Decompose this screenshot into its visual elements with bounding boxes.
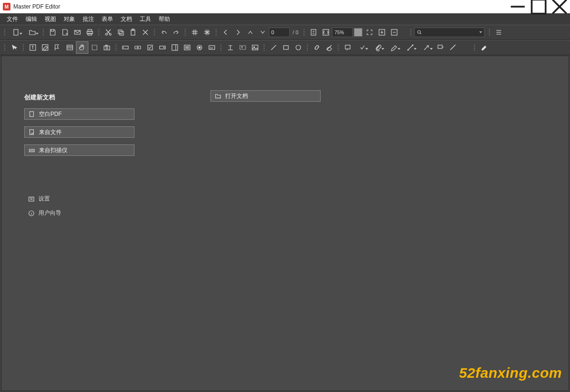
zoom-out-button[interactable] bbox=[388, 26, 400, 38]
scanner-icon bbox=[28, 147, 35, 153]
grip-icon[interactable] bbox=[220, 42, 222, 53]
checkbox-tool[interactable] bbox=[144, 41, 156, 54]
grip-icon[interactable] bbox=[303, 27, 305, 38]
grip-icon[interactable] bbox=[4, 42, 6, 53]
radio-tool[interactable] bbox=[193, 41, 206, 54]
menu-button[interactable] bbox=[493, 26, 505, 38]
grip-icon[interactable] bbox=[22, 42, 25, 53]
link-tool[interactable] bbox=[311, 41, 323, 54]
redact-tool[interactable] bbox=[323, 41, 335, 54]
arrow-tool[interactable] bbox=[418, 41, 435, 54]
file-icon bbox=[28, 129, 35, 135]
save-as-button[interactable] bbox=[59, 26, 71, 38]
listbox-tool[interactable] bbox=[181, 41, 193, 54]
print-button[interactable] bbox=[84, 26, 96, 38]
grip-icon[interactable] bbox=[153, 27, 156, 38]
menu-tools[interactable]: 工具 bbox=[136, 14, 155, 25]
zoom-actual-button[interactable] bbox=[363, 26, 376, 38]
grip-icon[interactable] bbox=[474, 42, 476, 53]
menu-document[interactable]: 文档 bbox=[117, 14, 136, 25]
email-button[interactable] bbox=[71, 26, 84, 38]
open-file-button[interactable] bbox=[24, 26, 40, 38]
callout-tool[interactable] bbox=[435, 41, 447, 54]
zoom-input[interactable]: 75% bbox=[332, 28, 353, 37]
edit-text-tool[interactable] bbox=[27, 41, 39, 54]
menu-annotate[interactable]: 批注 bbox=[79, 14, 98, 25]
rect-tool[interactable] bbox=[280, 41, 292, 54]
save-button[interactable] bbox=[47, 26, 59, 38]
prev-page-button[interactable] bbox=[219, 26, 232, 38]
snapshot-tool[interactable] bbox=[101, 41, 113, 54]
color-swatch[interactable] bbox=[354, 28, 362, 37]
svg-rect-48 bbox=[105, 45, 107, 46]
button-tool[interactable] bbox=[132, 41, 144, 54]
new-file-button[interactable] bbox=[8, 26, 24, 38]
user-guide-link[interactable]: 用户向导 bbox=[28, 209, 61, 217]
menu-help[interactable]: 帮助 bbox=[155, 14, 174, 25]
form-tool[interactable] bbox=[64, 41, 76, 54]
grip-icon[interactable] bbox=[42, 27, 45, 38]
paste-button[interactable] bbox=[127, 26, 139, 38]
grip-icon[interactable] bbox=[98, 27, 100, 38]
first-page-button[interactable] bbox=[244, 26, 256, 38]
page-input[interactable] bbox=[269, 28, 290, 37]
svg-point-62 bbox=[199, 47, 200, 48]
text-field-tool[interactable] bbox=[119, 41, 132, 54]
zoom-in-button[interactable] bbox=[376, 26, 388, 38]
edit-object-tool[interactable] bbox=[39, 41, 51, 54]
grip-icon[interactable] bbox=[263, 42, 266, 53]
snap-button[interactable] bbox=[201, 26, 213, 38]
next-page-button[interactable] bbox=[232, 26, 244, 38]
select-tool[interactable] bbox=[8, 41, 20, 54]
eraser-tool[interactable] bbox=[478, 41, 490, 54]
menu-edit[interactable]: 编辑 bbox=[22, 14, 41, 25]
grip-icon[interactable] bbox=[215, 27, 218, 38]
maximize-button[interactable] bbox=[528, 0, 549, 13]
menu-form[interactable]: 表单 bbox=[98, 14, 117, 25]
insert-image-tool[interactable] bbox=[249, 41, 261, 54]
undo-button[interactable] bbox=[158, 26, 170, 38]
textbox-tool[interactable] bbox=[237, 41, 249, 54]
menu-file[interactable]: 文件 bbox=[3, 14, 22, 25]
grip-icon[interactable] bbox=[4, 27, 6, 38]
grid-button[interactable] bbox=[189, 26, 201, 38]
attachment-tool[interactable] bbox=[370, 41, 386, 54]
type-text-tool[interactable] bbox=[224, 41, 237, 54]
signature-tool[interactable] bbox=[206, 41, 218, 54]
copy-button[interactable] bbox=[114, 26, 127, 38]
edit-image-tool[interactable] bbox=[51, 41, 64, 54]
select-area-tool[interactable] bbox=[88, 41, 101, 54]
minimize-button[interactable] bbox=[507, 0, 528, 13]
fit-page-button[interactable] bbox=[307, 26, 320, 38]
highlight-tool[interactable] bbox=[386, 41, 402, 54]
pencil-tool[interactable] bbox=[402, 41, 418, 54]
line-tool[interactable] bbox=[267, 41, 280, 54]
grip-icon[interactable] bbox=[306, 42, 309, 53]
cut-button[interactable] bbox=[102, 26, 114, 38]
grip-icon[interactable] bbox=[410, 27, 412, 38]
search-input[interactable] bbox=[414, 28, 484, 37]
blank-pdf-button[interactable]: 空白PDF bbox=[24, 108, 134, 120]
grip-icon[interactable] bbox=[488, 27, 491, 38]
menu-object[interactable]: 对象 bbox=[60, 14, 79, 25]
grip-icon[interactable] bbox=[337, 42, 340, 53]
stamp-tool[interactable] bbox=[354, 41, 370, 54]
from-scanner-button[interactable]: 来自扫描仪 bbox=[24, 144, 134, 156]
settings-link[interactable]: 设置 bbox=[28, 195, 50, 203]
open-document-button[interactable]: 打开文档 bbox=[210, 90, 321, 102]
delete-button[interactable] bbox=[139, 26, 152, 38]
from-file-button[interactable]: 来自文件 bbox=[24, 126, 134, 138]
ellipse-tool[interactable] bbox=[292, 41, 304, 54]
menu-view[interactable]: 视图 bbox=[41, 14, 60, 25]
combo-tool[interactable] bbox=[156, 41, 169, 54]
grip-icon[interactable] bbox=[184, 27, 187, 38]
last-page-button[interactable] bbox=[256, 26, 269, 38]
note-tool[interactable] bbox=[342, 41, 354, 54]
list-tool[interactable] bbox=[169, 41, 181, 54]
hand-tool[interactable] bbox=[76, 41, 88, 54]
close-button[interactable] bbox=[549, 0, 570, 13]
fit-width-button[interactable] bbox=[320, 26, 332, 38]
measure-tool[interactable] bbox=[447, 41, 459, 54]
grip-icon[interactable] bbox=[115, 42, 117, 53]
redo-button[interactable] bbox=[170, 26, 182, 38]
